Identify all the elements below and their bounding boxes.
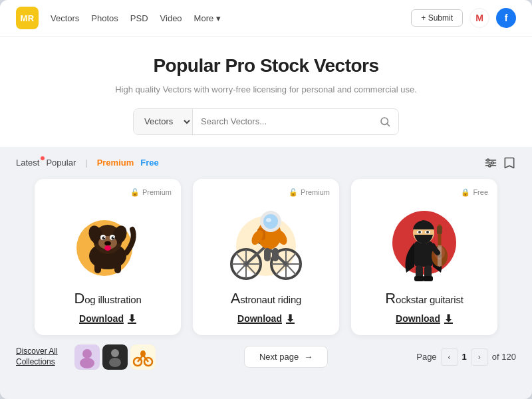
svg-rect-22 bbox=[94, 261, 101, 273]
thumb-face-icon bbox=[74, 344, 100, 370]
search-icon bbox=[380, 116, 390, 127]
svg-point-76 bbox=[111, 349, 119, 357]
card-dog-download-button[interactable]: Download ⬇ bbox=[79, 313, 136, 325]
svg-point-74 bbox=[80, 358, 94, 368]
tab-popular[interactable]: Popular bbox=[46, 158, 76, 168]
filter-icons bbox=[484, 156, 516, 170]
search-input[interactable] bbox=[193, 111, 372, 132]
current-page: 1 bbox=[462, 352, 467, 362]
card-astronaut-download-button[interactable]: Download ⬇ bbox=[237, 313, 295, 325]
svg-rect-54 bbox=[414, 241, 433, 267]
discover-collections: Discover All Collections bbox=[16, 344, 156, 370]
filter-sliders-icon bbox=[484, 156, 497, 170]
svg-point-48 bbox=[266, 218, 271, 222]
svg-point-47 bbox=[263, 214, 278, 229]
main-window: MR Vectors Photos PSD Video More ▾ + Sub… bbox=[0, 0, 532, 399]
svg-line-1 bbox=[387, 123, 390, 126]
card-rockstar-download-button[interactable]: Download ⬇ bbox=[396, 313, 453, 325]
search-button[interactable] bbox=[372, 111, 398, 132]
svg-rect-71 bbox=[423, 276, 433, 281]
svg-point-81 bbox=[140, 350, 146, 357]
discover-text[interactable]: Discover All Collections bbox=[16, 346, 69, 367]
card-rockstar-title: Rockstar guitarist bbox=[385, 290, 463, 307]
rockstar-illustration bbox=[374, 203, 474, 283]
card-rockstar: 🔒 Free bbox=[351, 179, 497, 335]
svg-point-7 bbox=[489, 164, 491, 166]
nav-psd[interactable]: PSD bbox=[130, 13, 148, 23]
card-rockstar-image bbox=[371, 200, 477, 286]
svg-rect-64 bbox=[437, 226, 442, 234]
card-dog: 🔓 Premium bbox=[35, 179, 181, 335]
dog-illustration bbox=[58, 203, 158, 283]
card-dog-title: Dog illustration bbox=[74, 290, 141, 307]
submit-button[interactable]: + Submit bbox=[411, 9, 463, 27]
hero-section: Popular Pro Stock Vectors High quality V… bbox=[0, 37, 532, 147]
svg-point-6 bbox=[491, 162, 493, 164]
nav-more[interactable]: More ▾ bbox=[194, 13, 221, 23]
svg-rect-51 bbox=[264, 248, 271, 261]
card-rockstar-badge: 🔒 Free bbox=[461, 188, 488, 197]
tab-free[interactable]: Free bbox=[140, 158, 158, 168]
header: MR Vectors Photos PSD Video More ▾ + Sub… bbox=[0, 0, 532, 37]
hero-subtitle: High quality Vectors with worry-free lic… bbox=[16, 83, 516, 96]
free-lock-icon: 🔒 bbox=[461, 188, 470, 197]
cards-row: 🔓 Premium bbox=[16, 179, 516, 335]
nav-video[interactable]: Video bbox=[160, 13, 182, 23]
gmail-icon[interactable]: M bbox=[469, 8, 489, 28]
card-astronaut-badge: 🔓 Premium bbox=[289, 188, 330, 197]
card-astronaut: 🔓 Premium bbox=[193, 179, 339, 335]
thumb-3[interactable] bbox=[130, 344, 156, 370]
nav-photos[interactable]: Photos bbox=[91, 13, 118, 23]
card-dog-image bbox=[55, 200, 161, 286]
download-icon-2: ⬇ bbox=[286, 313, 295, 325]
card-dog-badge: 🔓 Premium bbox=[130, 188, 172, 197]
search-bar: Vectors bbox=[133, 108, 399, 135]
svg-point-19 bbox=[113, 237, 114, 238]
nav-links: Vectors Photos PSD Video More ▾ bbox=[51, 13, 411, 23]
download-icon: ⬇ bbox=[128, 313, 136, 325]
search-category-dropdown[interactable]: Vectors bbox=[134, 109, 193, 134]
facebook-icon[interactable]: f bbox=[496, 8, 516, 28]
next-page-nav-button[interactable]: › bbox=[471, 348, 488, 366]
svg-point-21 bbox=[104, 245, 111, 251]
svg-point-16 bbox=[102, 236, 106, 239]
card-astronaut-title: Astronaut riding bbox=[231, 290, 302, 307]
svg-point-59 bbox=[426, 231, 429, 233]
card-astronaut-image bbox=[213, 200, 319, 286]
content-area: Latest Popular | Premium Free bbox=[0, 147, 532, 400]
prev-page-button[interactable]: ‹ bbox=[441, 348, 458, 366]
svg-rect-23 bbox=[114, 261, 121, 273]
svg-rect-70 bbox=[414, 276, 424, 281]
svg-rect-52 bbox=[272, 248, 279, 261]
tab-latest[interactable]: Latest bbox=[16, 158, 39, 168]
hero-title: Popular Pro Stock Vectors bbox=[16, 55, 516, 76]
svg-point-5 bbox=[487, 159, 489, 161]
next-page-button[interactable]: Next page → bbox=[244, 346, 328, 368]
svg-point-18 bbox=[104, 237, 105, 238]
premium-lock-icon-2: 🔓 bbox=[289, 188, 298, 197]
svg-point-73 bbox=[82, 349, 92, 358]
filter-settings-button[interactable] bbox=[484, 156, 497, 170]
thumb-1[interactable] bbox=[74, 344, 100, 370]
bookmark-icon bbox=[503, 156, 516, 170]
bookmark-button[interactable] bbox=[503, 156, 516, 170]
tab-divider: | bbox=[85, 158, 87, 168]
thumb-2[interactable] bbox=[102, 344, 128, 370]
svg-point-77 bbox=[109, 358, 121, 367]
pagination: Page ‹ 1 › of 120 bbox=[416, 348, 516, 366]
logo[interactable]: MR bbox=[16, 7, 39, 29]
discover-thumbnails bbox=[74, 344, 156, 370]
svg-point-20 bbox=[104, 241, 111, 245]
astronaut-illustration bbox=[216, 203, 316, 283]
arrow-right-icon: → bbox=[304, 352, 313, 362]
thumb-figure-icon bbox=[102, 344, 128, 370]
svg-point-58 bbox=[418, 231, 421, 233]
header-actions: + Submit M f bbox=[411, 8, 516, 28]
filter-tabs: Latest Popular | Premium Free bbox=[16, 158, 484, 168]
svg-point-17 bbox=[112, 236, 115, 239]
footer-row: Discover All Collections bbox=[16, 344, 516, 372]
nav-vectors[interactable]: Vectors bbox=[51, 13, 79, 23]
download-icon-3: ⬇ bbox=[444, 313, 453, 325]
tab-premium[interactable]: Premium bbox=[97, 158, 134, 168]
thumb-moto-icon bbox=[130, 344, 156, 370]
